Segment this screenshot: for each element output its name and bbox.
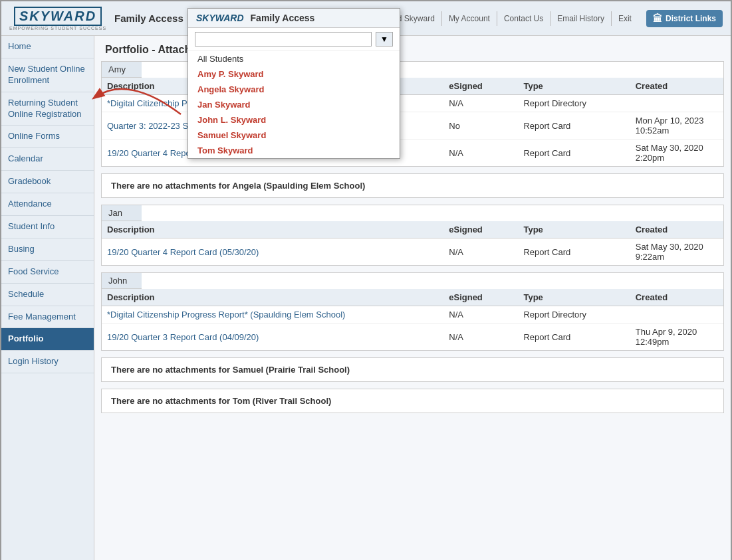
col-header-esigned: eSigned bbox=[443, 289, 518, 306]
sidebar-item-student-info[interactable]: Student Info bbox=[1, 216, 94, 238]
sidebar-item-home[interactable]: Home bbox=[1, 36, 94, 58]
table-row: 19/20 Quarter 4 Report Card (05/30/20) N… bbox=[102, 238, 723, 266]
student-tab-amy: Amy bbox=[102, 62, 142, 78]
student-tab-jan: Jan bbox=[102, 205, 142, 221]
popup-list: All Students Amy P. Skyward Angela Skywa… bbox=[188, 51, 400, 158]
skyward-logo: SKYWARD Empowering Student Success bbox=[9, 7, 106, 31]
sidebar-item-new-student[interactable]: New Student Online Enrollment bbox=[1, 58, 94, 92]
popup-box: SKYWARD Family Access ▼ All Students Amy… bbox=[187, 8, 400, 159]
created-value: Mon Apr 10, 2023 10:52am bbox=[630, 112, 723, 140]
created-value: Sat May 30, 2020 2:20pm bbox=[630, 140, 723, 167]
popup-item-tom[interactable]: Tom Skyward bbox=[188, 143, 400, 158]
no-attachments-tom: There are no attachments for Tom (River … bbox=[102, 389, 723, 413]
district-links-button[interactable]: 🏛 District Links bbox=[646, 10, 723, 27]
col-header-type: Type bbox=[518, 289, 630, 306]
no-attachments-angela: There are no attachments for Angela (Spa… bbox=[102, 174, 723, 197]
popup-header: SKYWARD Family Access bbox=[188, 9, 400, 28]
col-header-type: Type bbox=[518, 78, 630, 95]
sidebar-item-schedule[interactable]: Schedule bbox=[1, 284, 94, 306]
student-section-tom: There are no attachments for Tom (River … bbox=[101, 389, 724, 413]
esigned-value: N/A bbox=[443, 95, 518, 112]
student-section-samuel: There are no attachments for Samuel (Pra… bbox=[101, 357, 724, 382]
attachment-link[interactable]: 19/20 Quarter 4 Report Card (05/30/20) bbox=[107, 247, 259, 257]
popup-overlay: SKYWARD Family Access ▼ All Students Amy… bbox=[187, 8, 400, 159]
attachment-link[interactable]: 19/20 Quarter 3 Report Card (04/09/20) bbox=[107, 332, 259, 342]
sidebar-item-gradebook[interactable]: Gradebook bbox=[1, 171, 94, 193]
nav-exit[interactable]: Exit bbox=[611, 11, 638, 26]
nav-my-account[interactable]: My Account bbox=[441, 11, 497, 26]
logo-tagline: Empowering Student Success bbox=[9, 26, 106, 31]
building-icon: 🏛 bbox=[653, 13, 662, 24]
family-access-label: Family Access bbox=[114, 13, 183, 24]
type-value: Report Card bbox=[518, 112, 630, 140]
student-section-john: John Description eSigned Type Created *D… bbox=[101, 272, 724, 351]
col-header-description: Description bbox=[102, 221, 443, 238]
logo-text: SKYWARD bbox=[14, 7, 102, 26]
attachment-link[interactable]: *Digital Citizenship Progress Report* (S… bbox=[107, 310, 345, 320]
popup-dropdown-button[interactable]: ▼ bbox=[376, 32, 393, 47]
created-value bbox=[630, 306, 723, 324]
nav-email-history[interactable]: Email History bbox=[550, 11, 611, 26]
popup-item-jan[interactable]: Jan Skyward bbox=[188, 97, 400, 112]
col-header-esigned: eSigned bbox=[443, 221, 518, 238]
attachments-table-john: Description eSigned Type Created *Digita… bbox=[102, 289, 723, 350]
sidebar-item-fee-management[interactable]: Fee Management bbox=[1, 306, 94, 329]
sidebar-item-calendar[interactable]: Calendar bbox=[1, 148, 94, 171]
sidebar-item-busing[interactable]: Busing bbox=[1, 238, 94, 261]
created-value bbox=[630, 95, 723, 112]
type-value: Report Directory bbox=[518, 95, 630, 112]
attachments-table-jan: Description eSigned Type Created 19/20 Q… bbox=[102, 221, 723, 265]
type-value: Report Card bbox=[518, 140, 630, 167]
popup-item-angela[interactable]: Angela Skyward bbox=[188, 82, 400, 97]
esigned-value: N/A bbox=[443, 238, 518, 266]
nav-contact-us[interactable]: Contact Us bbox=[497, 11, 550, 26]
popup-logo: SKYWARD bbox=[196, 13, 244, 23]
popup-search-input[interactable] bbox=[195, 32, 372, 47]
popup-item-amy[interactable]: Amy P. Skyward bbox=[188, 66, 400, 82]
type-value: Report Card bbox=[518, 238, 630, 266]
district-links-label: District Links bbox=[666, 14, 716, 23]
esigned-value: No bbox=[443, 112, 518, 140]
sidebar-item-login-history[interactable]: Login History bbox=[1, 351, 94, 373]
table-row: 19/20 Quarter 3 Report Card (04/09/20) N… bbox=[102, 324, 723, 351]
sidebar-item-portfolio[interactable]: Portfolio bbox=[1, 328, 94, 351]
student-tab-john: John bbox=[102, 273, 142, 289]
esigned-value: N/A bbox=[443, 324, 518, 351]
col-header-created: Created bbox=[630, 78, 723, 95]
esigned-value: N/A bbox=[443, 306, 518, 324]
header-right: Dad Skyward My Account Contact Us Email … bbox=[381, 10, 723, 27]
sidebar-item-online-forms[interactable]: Online Forms bbox=[1, 126, 94, 148]
student-section-jan: Jan Description eSigned Type Created 19/… bbox=[101, 205, 724, 266]
popup-item-samuel[interactable]: Samuel Skyward bbox=[188, 128, 400, 143]
popup-item-all-students[interactable]: All Students bbox=[188, 51, 400, 66]
sidebar-item-attendance[interactable]: Attendance bbox=[1, 193, 94, 216]
type-value: Report Card bbox=[518, 324, 630, 351]
col-header-esigned: eSigned bbox=[443, 78, 518, 95]
col-header-description: Description bbox=[102, 289, 443, 306]
col-header-created: Created bbox=[630, 289, 723, 306]
popup-item-john[interactable]: John L. Skyward bbox=[188, 112, 400, 128]
sidebar-item-food-service[interactable]: Food Service bbox=[1, 261, 94, 284]
sidebar-item-returning[interactable]: Returning Student Online Registration bbox=[1, 92, 94, 126]
table-row: *Digital Citizenship Progress Report* (S… bbox=[102, 306, 723, 324]
student-section-angela: There are no attachments for Angela (Spa… bbox=[101, 173, 724, 198]
created-value: Sat May 30, 2020 9:22am bbox=[630, 238, 723, 266]
created-value: Thu Apr 9, 2020 12:49pm bbox=[630, 324, 723, 351]
esigned-value: N/A bbox=[443, 140, 518, 167]
col-header-type: Type bbox=[518, 221, 630, 238]
no-attachments-samuel: There are no attachments for Samuel (Pra… bbox=[102, 358, 723, 381]
col-header-created: Created bbox=[630, 221, 723, 238]
type-value: Report Directory bbox=[518, 306, 630, 324]
popup-title: Family Access bbox=[251, 13, 315, 23]
popup-search-row: ▼ bbox=[188, 28, 400, 51]
sidebar: Home New Student Online Enrollment Retur… bbox=[1, 36, 94, 560]
